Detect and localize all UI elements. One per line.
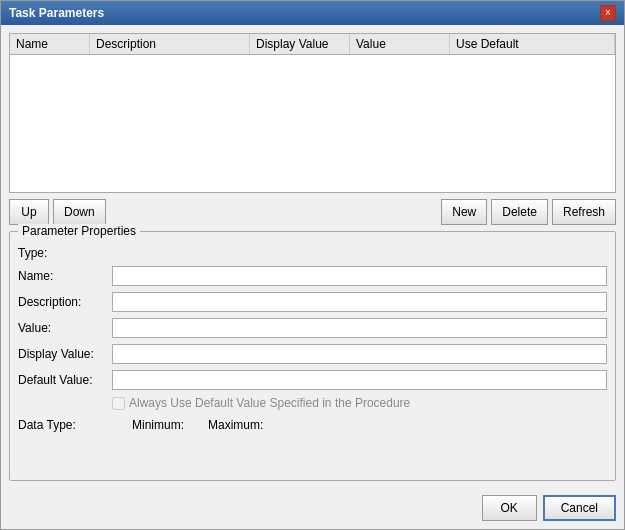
default-value-row: Default Value: [18, 370, 607, 390]
dialog-title: Task Parameters [9, 6, 104, 20]
value-row: Value: [18, 318, 607, 338]
minimum-label: Minimum: [132, 418, 184, 432]
group-box-legend: Parameter Properties [18, 224, 140, 238]
name-label: Name: [18, 269, 108, 283]
toolbar-spacer [110, 199, 438, 225]
default-value-input[interactable] [112, 370, 607, 390]
display-value-label: Display Value: [18, 347, 108, 361]
ok-button[interactable]: OK [482, 495, 537, 521]
col-header-name: Name [10, 34, 90, 54]
description-input[interactable] [112, 292, 607, 312]
cancel-button[interactable]: Cancel [543, 495, 616, 521]
new-button[interactable]: New [441, 199, 487, 225]
dialog-footer: OK Cancel [1, 489, 624, 529]
delete-button[interactable]: Delete [491, 199, 548, 225]
data-type-row: Data Type: Minimum: Maximum: [18, 416, 607, 432]
default-value-label: Default Value: [18, 373, 108, 387]
dialog-content: Name Description Display Value Value Use… [1, 25, 624, 489]
task-parameters-dialog: Task Parameters × Name Description Displ… [0, 0, 625, 530]
table-toolbar: Up Down New Delete Refresh [9, 199, 616, 225]
parameters-table: Name Description Display Value Value Use… [9, 33, 616, 193]
checkbox-row: Always Use Default Value Specified in th… [18, 396, 607, 410]
display-value-row: Display Value: [18, 344, 607, 364]
title-bar: Task Parameters × [1, 1, 624, 25]
type-label: Type: [18, 246, 108, 260]
up-button[interactable]: Up [9, 199, 49, 225]
type-row: Type: [18, 246, 607, 260]
description-label: Description: [18, 295, 108, 309]
table-header: Name Description Display Value Value Use… [10, 34, 615, 55]
name-row: Name: [18, 266, 607, 286]
minimum-pair: Minimum: [132, 418, 188, 432]
data-type-values: Minimum: Maximum: [112, 418, 607, 432]
description-row: Description: [18, 292, 607, 312]
name-input[interactable] [112, 266, 607, 286]
value-input[interactable] [112, 318, 607, 338]
refresh-button[interactable]: Refresh [552, 199, 616, 225]
col-header-display-value: Display Value [250, 34, 350, 54]
down-button[interactable]: Down [53, 199, 106, 225]
maximum-pair: Maximum: [208, 418, 267, 432]
value-label: Value: [18, 321, 108, 335]
table-body[interactable] [10, 55, 615, 192]
col-header-description: Description [90, 34, 250, 54]
maximum-label: Maximum: [208, 418, 263, 432]
close-button[interactable]: × [600, 5, 616, 21]
col-header-use-default: Use Default [450, 34, 615, 54]
data-type-label: Data Type: [18, 418, 108, 432]
parameter-properties-group: Parameter Properties Type: Name: Descrip… [9, 231, 616, 481]
col-header-value: Value [350, 34, 450, 54]
always-use-default-checkbox[interactable] [112, 397, 125, 410]
checkbox-label: Always Use Default Value Specified in th… [129, 396, 410, 410]
display-value-input[interactable] [112, 344, 607, 364]
